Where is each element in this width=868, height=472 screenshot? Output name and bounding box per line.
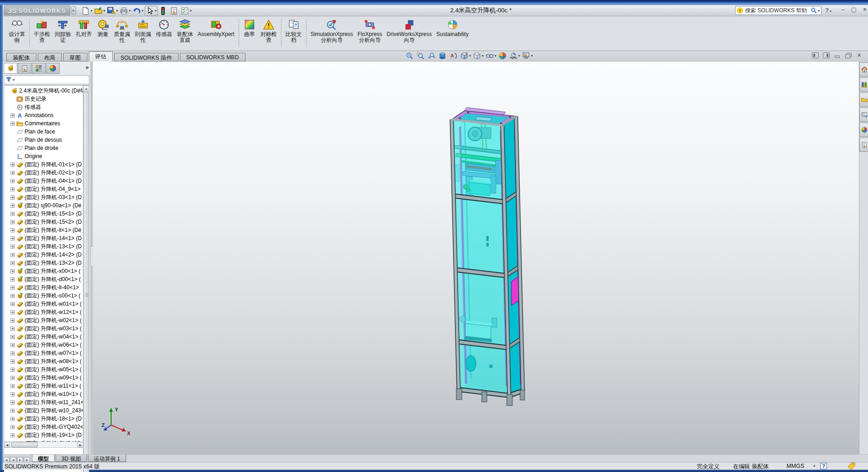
tree-item[interactable]: (固定) 升降机-w07<1> ( <box>5 349 89 357</box>
tree-item[interactable]: (固定) 升降机-w09<1> ( <box>5 374 89 382</box>
tree-item[interactable]: (固定) 升降机-s00<1> ( <box>5 292 89 300</box>
tree-item[interactable]: Plan de dessus <box>5 136 89 144</box>
unit-system-text[interactable]: MMGS <box>786 463 804 469</box>
expand-toggle[interactable] <box>10 179 15 183</box>
dropdown-caret[interactable]: ▾ <box>531 54 533 58</box>
tree-item[interactable]: (固定) 升降机-w01<1> ( <box>5 300 89 308</box>
expand-toggle[interactable] <box>10 384 15 388</box>
tree-item[interactable]: 2.4米高空升降机-00c (Défa <box>5 87 89 95</box>
tree-item[interactable]: Annotations <box>5 111 89 119</box>
expand-toggle[interactable] <box>10 204 15 208</box>
search-options-caret[interactable]: ▾ <box>818 9 820 13</box>
tree-vertical-scrollbar[interactable]: ▲ ▼ <box>83 86 89 472</box>
select-tool-button[interactable]: ▾ <box>145 6 158 16</box>
hole-alignment-button[interactable]: 孔对齐 <box>73 18 94 38</box>
custom-properties-tab[interactable] <box>859 138 868 152</box>
ribbon-separator[interactable] <box>281 19 281 47</box>
tree-item[interactable]: (固定) 升降机-w02<1> ( <box>5 316 89 324</box>
tab-layout[interactable]: 布局 <box>38 53 62 62</box>
ribbon-separator[interactable] <box>306 19 306 47</box>
displaymanager-tab[interactable] <box>46 63 60 74</box>
dropdown-caret[interactable]: ▾ <box>518 54 520 58</box>
doc-restore-button[interactable] <box>845 52 852 58</box>
scroll-up-arrow[interactable]: ▲ <box>83 86 89 92</box>
expand-toggle[interactable] <box>10 286 15 290</box>
tree-item[interactable]: (固定) 升降机-14<2> (D <box>5 251 89 259</box>
tree-item[interactable]: (固定) 升降机-13<1> (D <box>5 242 89 251</box>
tree-item[interactable]: (固定) 升降机-04<1> (D <box>5 177 89 185</box>
tree-item[interactable]: (固定) 升降机-03<1> (D <box>5 193 89 201</box>
assembly-visualization-button[interactable]: 装配体 直观 <box>174 18 195 44</box>
expand-toggle[interactable] <box>10 417 15 421</box>
solidworks-resources-tab[interactable] <box>859 62 868 77</box>
expand-toggle[interactable] <box>10 236 15 241</box>
doc-close-button[interactable]: × <box>856 52 863 58</box>
file-properties-button[interactable] <box>169 6 179 15</box>
search-box[interactable]: 搜索 SOLIDWORKS 帮助 ▾ <box>735 6 822 15</box>
lift-tower-model[interactable] <box>424 105 542 419</box>
tree-item[interactable]: (固定) 升降机-w04<1> ( <box>5 333 89 341</box>
search-icon[interactable] <box>811 7 817 14</box>
dropdown-caret[interactable]: ▾ <box>495 54 496 58</box>
quick-tips-button[interactable]: ? <box>820 463 827 469</box>
tree-item[interactable]: Plan de droite <box>5 144 89 152</box>
tree-item[interactable]: (固定) 升降机-GYQ402< <box>5 423 89 431</box>
expand-toggle[interactable] <box>10 368 15 372</box>
tree-item[interactable]: (固定) 升降机-14<1> (D <box>5 234 89 242</box>
assemblyxpert-button[interactable]: AssemblyXpert <box>195 18 237 38</box>
curvature-button[interactable]: 曲率 <box>241 18 258 38</box>
minimize-button[interactable]: – <box>840 6 846 13</box>
view-palette-tab[interactable] <box>859 108 868 122</box>
motion-study-1-tab[interactable]: 运动算例 1 <box>88 455 126 462</box>
search-input[interactable]: 搜索 SOLIDWORKS 帮助 <box>745 7 811 15</box>
expand-toggle[interactable] <box>10 212 15 216</box>
rebuild-button[interactable] <box>158 6 168 15</box>
tree-item[interactable]: Plan de face <box>5 128 89 136</box>
tree-item[interactable]: 历史记录 <box>5 95 89 103</box>
expand-toggle[interactable] <box>10 228 15 232</box>
3d-drawing-view-button[interactable] <box>449 52 459 60</box>
print-button[interactable]: ▾ <box>119 6 131 15</box>
sensor-button[interactable]: 传感器 <box>153 18 174 38</box>
tree-item[interactable]: (固定) 升降机-w08<1> ( <box>5 357 89 365</box>
tree-item[interactable]: (固定) 升降机-15<1> (D <box>5 210 89 218</box>
edit-appearance-button[interactable] <box>498 52 508 60</box>
tab-solidworks-mbd[interactable]: SOLIDWORKS MBD <box>180 53 245 62</box>
expand-toggle[interactable] <box>10 433 15 437</box>
tree-horizontal-scrollbar[interactable]: ◀ ▶ <box>4 441 84 448</box>
tree-item[interactable]: (固定) 升降机-w03<1> ( <box>5 324 89 333</box>
design-study-button[interactable]: 设计算 例 <box>6 18 27 44</box>
save-button[interactable]: ▾ <box>107 6 118 15</box>
dropdown-caret[interactable]: ▾ <box>116 9 118 13</box>
tab-evaluate[interactable]: 评估 <box>89 51 113 62</box>
tree-item[interactable]: (固定) 升降机-15<2> (D <box>5 218 89 226</box>
propertymanager-tab[interactable] <box>18 63 31 74</box>
appearances-scenes-tab[interactable] <box>859 123 868 137</box>
tree-item[interactable]: (固定) 升降机-x00<1> ( <box>5 267 89 275</box>
floxpress-wizard-button[interactable]: FloXpress 分析向导 <box>355 18 384 44</box>
unit-system-caret[interactable]: ▴ <box>813 463 815 467</box>
simulationxpress-wizard-button[interactable]: SimulationXpress 分析向导 <box>308 18 355 44</box>
tree-item[interactable]: 传感器 <box>5 103 89 111</box>
expand-toggle[interactable] <box>10 269 15 273</box>
tree-item[interactable]: (固定) 升降机-w12<1> ( <box>5 308 89 316</box>
driveworksxpress-wizard-button[interactable]: DriveWorksXpress 向导 <box>384 18 434 44</box>
tree-item[interactable]: (固定) 升降机-w11_241< <box>5 398 89 406</box>
tab-assembly[interactable]: 装配体 <box>6 53 36 62</box>
dropdown-caret[interactable]: ▾ <box>469 54 471 58</box>
open-button[interactable]: ▾ <box>94 6 106 15</box>
featuremanager-tab[interactable] <box>4 63 17 74</box>
tree-item[interactable]: (固定) 升降机-lt-40<1> <box>5 283 89 292</box>
expand-toggle[interactable] <box>10 220 15 224</box>
expand-toggle[interactable] <box>10 261 15 265</box>
design-library-tab[interactable] <box>859 77 868 92</box>
previous-view-button[interactable] <box>427 52 437 60</box>
expand-toggle[interactable] <box>10 376 15 380</box>
expand-toggle[interactable] <box>10 392 15 396</box>
tag-icon[interactable] <box>848 462 855 470</box>
scrollbar-thumb[interactable] <box>11 442 38 447</box>
tab-sketch[interactable]: 草图 <box>63 53 87 62</box>
expand-toggle[interactable] <box>10 409 15 413</box>
tree-item[interactable]: (固定) 升降机-01<1> (D <box>5 160 89 169</box>
restore-button[interactable]: ▢ <box>851 6 857 13</box>
